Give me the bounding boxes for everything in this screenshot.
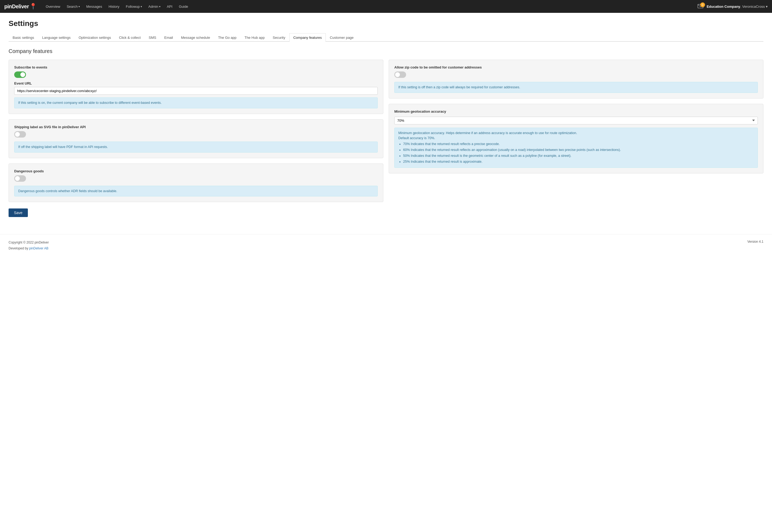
card-shipping-label: Shipping label as SVG file in pinDeliver… xyxy=(9,119,383,158)
nav-followup[interactable]: Followup ▾ xyxy=(123,3,145,10)
dangerous-slider xyxy=(14,175,26,182)
brand-name: pinDeliver xyxy=(4,3,29,10)
shipping-toggle-wrap: Shipping label as SVG file in pinDeliver… xyxy=(14,125,378,138)
page-title: Settings xyxy=(9,19,763,28)
subscribe-toggle[interactable] xyxy=(14,71,26,78)
main-content: Settings Basic settings Language setting… xyxy=(0,13,772,223)
footer-version: Version 4.1 xyxy=(747,240,763,251)
settings-col-left: Subscribe to events Event URL If this se… xyxy=(9,60,383,202)
zip-label: Allow zip code to be omitted for custome… xyxy=(394,65,758,69)
followup-dropdown-icon: ▾ xyxy=(141,5,142,8)
event-url-input[interactable] xyxy=(14,87,378,95)
geolocation-select-wrap: 70% 60% 50% 25% xyxy=(394,117,758,128)
tab-language-settings[interactable]: Language settings xyxy=(38,33,74,42)
zip-slider xyxy=(394,71,406,78)
tab-basic-settings[interactable]: Basic settings xyxy=(9,33,38,42)
dangerous-label: Dangerous goods xyxy=(14,169,378,173)
card-subscribe-events: Subscribe to events Event URL If this se… xyxy=(9,60,383,114)
tab-message-schedule[interactable]: Message schedule xyxy=(177,33,214,42)
footer: Copyright © 2022 pinDeliver Developed by… xyxy=(0,234,772,257)
event-url-group: Event URL xyxy=(14,81,378,97)
save-button[interactable]: Save xyxy=(9,208,28,217)
footer-developed: Developed by pinDeliver AB xyxy=(9,246,49,252)
nav-links: Overview Search ▾ Messages History Follo… xyxy=(43,3,698,10)
nav-messages[interactable]: Messages xyxy=(84,3,105,10)
subscribe-toggle-wrap: Subscribe to events xyxy=(14,65,378,79)
footer-link[interactable]: pinDeliver AB xyxy=(29,246,48,250)
event-url-label: Event URL xyxy=(14,81,378,85)
settings-col-right: Allow zip code to be omitted for custome… xyxy=(389,60,763,202)
shipping-info: If off the shipping label will have PDF … xyxy=(14,142,378,153)
geolocation-title: Minimum geolocation accuracy xyxy=(394,109,758,113)
tab-sms[interactable]: SMS xyxy=(145,33,160,42)
zip-toggle-wrap: Allow zip code to be omitted for custome… xyxy=(394,65,758,79)
geolocation-info: Minimum geolocation accuracy. Helps dete… xyxy=(394,128,758,168)
nav-api[interactable]: API xyxy=(164,3,175,10)
geolocation-bullets: 70% Indicates that the returned result r… xyxy=(403,142,754,164)
geo-bullet-1: 60% Indicates that the returned result r… xyxy=(403,147,754,153)
tabs: Basic settings Language settings Optimiz… xyxy=(9,33,763,42)
geo-bullet-2: 50% Indicates that the returned result i… xyxy=(403,153,754,158)
shipping-toggle[interactable] xyxy=(14,131,26,138)
mail-icon-wrap[interactable]: 0 xyxy=(698,4,703,9)
dangerous-toggle[interactable] xyxy=(14,175,26,182)
footer-copyright: Copyright © 2022 pinDeliver xyxy=(9,240,49,246)
brand[interactable]: pinDeliver 📍 xyxy=(4,3,37,10)
geo-bullet-0: 70% Indicates that the returned result r… xyxy=(403,142,754,147)
nav-admin[interactable]: Admin ▾ xyxy=(146,3,163,10)
zip-info: If this setting is off then a zip code w… xyxy=(394,82,758,93)
nav-search[interactable]: Search ▾ xyxy=(64,3,82,10)
card-min-geolocation: Minimum geolocation accuracy 70% 60% 50%… xyxy=(389,104,763,174)
dangerous-toggle-wrap: Dangerous goods xyxy=(14,169,378,183)
search-dropdown-icon: ▾ xyxy=(78,5,80,8)
mail-badge: 0 xyxy=(700,2,705,7)
card-allow-zip: Allow zip code to be omitted for custome… xyxy=(389,60,763,98)
tab-security[interactable]: Security xyxy=(269,33,289,42)
admin-dropdown-icon: ▾ xyxy=(159,5,160,8)
settings-grid: Subscribe to events Event URL If this se… xyxy=(9,60,763,202)
tab-company-features[interactable]: Company features xyxy=(289,33,326,42)
brand-pin-icon: 📍 xyxy=(29,3,37,10)
tab-customer-page[interactable]: Customer page xyxy=(326,33,358,42)
user-info[interactable]: Education Company, VeronicaCross ▾ xyxy=(707,5,768,9)
nav-guide[interactable]: Guide xyxy=(176,3,191,10)
tab-go-app[interactable]: The Go app xyxy=(214,33,241,42)
geo-bullet-3: 25% Indicates that the returned result i… xyxy=(403,159,754,164)
shipping-slider xyxy=(14,131,26,138)
shipping-label-title: Shipping label as SVG file in pinDeliver… xyxy=(14,125,378,129)
zip-toggle[interactable] xyxy=(394,71,406,78)
tab-click-collect[interactable]: Click & collect xyxy=(115,33,145,42)
tab-email[interactable]: Email xyxy=(160,33,177,42)
card-dangerous-goods: Dangerous goods Dangerous goods controls… xyxy=(9,164,383,202)
navbar: pinDeliver 📍 Overview Search ▾ Messages … xyxy=(0,0,772,13)
subscribe-label: Subscribe to events xyxy=(14,65,378,69)
tab-optimization-settings[interactable]: Optimization settings xyxy=(74,33,115,42)
footer-left: Copyright © 2022 pinDeliver Developed by… xyxy=(9,240,49,251)
tab-hub-app[interactable]: The Hub app xyxy=(241,33,269,42)
subscribe-info: If this setting is on, the current compa… xyxy=(14,97,378,108)
section-heading: Company features xyxy=(9,48,763,54)
subscribe-slider xyxy=(14,71,26,78)
nav-history[interactable]: History xyxy=(106,3,122,10)
nav-right: 0 Education Company, VeronicaCross ▾ xyxy=(698,4,768,9)
dangerous-info: Dangerous goods controls whether ADR fie… xyxy=(14,186,378,197)
nav-overview[interactable]: Overview xyxy=(43,3,63,10)
geolocation-select[interactable]: 70% 60% 50% 25% xyxy=(394,117,758,124)
